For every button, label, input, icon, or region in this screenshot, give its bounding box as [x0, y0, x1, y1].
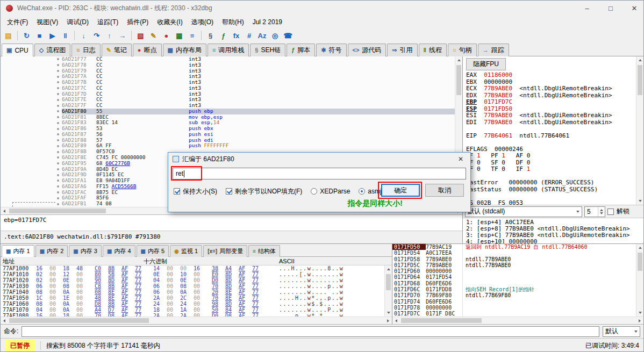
cancel-button[interactable]: 取消: [425, 184, 464, 197]
scroll-up-icon[interactable]: [387, 268, 390, 270]
disasm-row[interactable]: 6AD21F78CCint3: [1, 62, 455, 68]
dialog-titlebar[interactable]: 汇编于 6AD21F80 ✕: [168, 153, 470, 166]
menu-item-3[interactable]: 追踪(T): [93, 16, 123, 28]
stack-row[interactable]: 0171FD6000000000: [392, 268, 636, 274]
scroll-up-icon[interactable]: [457, 59, 461, 61]
radio-selected-icon[interactable]: [359, 188, 365, 195]
stack-row[interactable]: 0171FD7077B69F80ntdll.77B69F80: [392, 292, 636, 298]
tab-symbols[interactable]: ✱符号: [316, 44, 346, 56]
open-file-button[interactable]: ▤: [3, 30, 14, 41]
stack-row[interactable]: 0171FD68D60FE6D6: [392, 281, 636, 286]
scroll-thumb[interactable]: [386, 274, 391, 290]
tab-call-stack[interactable]: ≡调用堆栈: [207, 44, 249, 56]
fx-button[interactable]: fx: [231, 30, 242, 41]
scroll-right-icon[interactable]: [387, 319, 389, 322]
stop-button[interactable]: ■: [34, 30, 45, 41]
run-button[interactable]: ▶: [47, 30, 58, 41]
dialog-close-icon[interactable]: ✕: [455, 155, 466, 163]
tab-dump2[interactable]: ▦内存 2: [35, 245, 68, 257]
scroll-left-icon[interactable]: [3, 319, 5, 322]
scroll-thumb[interactable]: [9, 209, 106, 213]
register-line[interactable]: EIP 77B64061 ntdll.77B64061: [466, 133, 636, 140]
tab-breakpoints[interactable]: ●断点: [133, 44, 162, 56]
dump-row[interactable]: 77AF10501C001E00488EAF772A002C00708EAF77…: [1, 295, 384, 301]
pause-button[interactable]: ‖: [60, 30, 71, 41]
menu-item-1[interactable]: 视图(V): [32, 16, 62, 28]
register-line[interactable]: GS 002B FS 0053: [466, 200, 636, 205]
scroll-up-icon[interactable]: [639, 247, 642, 249]
tab-references[interactable]: ⇒引用: [387, 44, 417, 56]
menu-item-8[interactable]: Jul 2 2019: [248, 17, 287, 27]
scroll-up-icon[interactable]: [639, 59, 642, 61]
dump-row[interactable]: 77AF102002000E00908DAF7704000E00D08DAF77…: [1, 277, 384, 283]
step-over-button[interactable]: ↷: [91, 30, 102, 41]
breakpoint-button[interactable]: ●: [161, 30, 172, 41]
tab-threads[interactable]: ‖线程: [419, 44, 447, 56]
dump-row[interactable]: 77AF104008000A00088EAF7706000A00208EAF77…: [1, 289, 384, 295]
scroll-thumb[interactable]: [9, 318, 149, 323]
tab-dump1[interactable]: ▦内存 1: [2, 245, 34, 257]
registers-scrollbar[interactable]: [636, 56, 643, 205]
seh-chain-button[interactable]: §: [205, 30, 216, 41]
titlebar[interactable]: WeChat.exe - PID: 263C - 模块: wechatwin.d…: [1, 1, 643, 16]
scroll-thumb[interactable]: [638, 65, 642, 95]
assemble-instruction-input[interactable]: ret: [173, 168, 466, 179]
tab-dump3[interactable]: ▦内存 3: [69, 245, 102, 257]
tab-seh[interactable]: §SEH链: [250, 44, 285, 56]
minimize-button[interactable]: –: [583, 4, 591, 12]
scroll-thumb[interactable]: [638, 253, 642, 271]
keep-size-checkbox[interactable]: 保持大小(S): [174, 187, 217, 196]
fill-nop-checkbox[interactable]: 剩余字节以NOP填充(F): [226, 187, 302, 196]
stack-row[interactable]: 0171FD5877B9ABE0ntdll.77B9ABE0: [392, 256, 636, 262]
comment-button[interactable]: ✎: [148, 30, 159, 41]
menu-item-7[interactable]: 帮助(H): [218, 16, 248, 28]
scroll-thumb[interactable]: [456, 65, 461, 95]
stack-row[interactable]: 0171FD6C0171FDD8指向SEH_Record[1]的指针: [392, 286, 636, 292]
stack-horizontal-scrollbar[interactable]: [392, 317, 643, 324]
disasm-row[interactable]: 6AD21F7CCCint3: [1, 85, 455, 91]
hide-fpu-button[interactable]: 隐藏FPU: [466, 58, 506, 70]
tab-source[interactable]: <>源代码: [348, 44, 387, 56]
dump-row[interactable]: 77AF103006000800C88BAF7706000800708DAF77…: [1, 283, 384, 289]
register-line[interactable]: LastStatus 00000000 (STATUS_SUCCESS): [466, 186, 636, 193]
tab-dump4[interactable]: ▦内存 4: [103, 245, 135, 257]
call-stack-button[interactable]: ≡: [187, 30, 198, 41]
stepper-down-icon[interactable]: [600, 212, 603, 214]
command-profile-select[interactable]: 默认: [603, 326, 640, 337]
calling-convention-select[interactable]: 默认 (stdcall): [465, 206, 582, 217]
tab-dump5[interactable]: ▦内存 5: [137, 245, 169, 257]
script-button[interactable]: ƒ: [218, 30, 229, 41]
scroll-right-icon[interactable]: [639, 319, 641, 322]
scroll-left-icon[interactable]: [395, 319, 397, 322]
register-line[interactable]: EDI 77B9ABE0 <ntdll.DbgUiRemoteBreakin>: [466, 119, 636, 126]
stack-row[interactable]: 0171FD7C0171F D8C: [392, 311, 636, 317]
tab-trace[interactable]: →跟踪: [478, 44, 509, 56]
stack-row[interactable]: 0171FD54A0C17EEA: [392, 250, 636, 256]
xedparse-radio[interactable]: XEDParse: [311, 188, 350, 195]
argument-line[interactable]: 4: [esp+10] 00000000: [466, 239, 640, 243]
scroll-down-icon[interactable]: [387, 312, 390, 314]
step-into-button[interactable]: ↓: [78, 30, 89, 41]
stack-row[interactable]: 0171FD7800000000: [392, 305, 636, 311]
maximize-button[interactable]: □: [607, 4, 614, 12]
tab-memory-map[interactable]: ▦内存布局: [163, 44, 206, 56]
checkbox-checked-icon[interactable]: [226, 188, 232, 195]
dump-horizontal-scrollbar[interactable]: [1, 317, 392, 324]
dump-row[interactable]: 77AF101002001200805BAF770E001000E08DAF77…: [1, 271, 384, 277]
patch-button[interactable]: ▧: [135, 30, 146, 41]
menu-item-0[interactable]: 文件(F): [3, 16, 32, 28]
tab-struct[interactable]: ≡结构体: [248, 245, 280, 257]
restart-button[interactable]: ↻: [21, 30, 32, 41]
menu-item-6[interactable]: 选项(O): [187, 16, 218, 28]
tab-notes[interactable]: ✎笔记: [102, 44, 132, 56]
register-line[interactable]: CF 0 TF 0 IF 1: [466, 166, 636, 173]
menu-item-4[interactable]: 插件(P): [123, 16, 153, 28]
tab-watch1[interactable]: ◉监视 1: [170, 245, 202, 257]
scroll-thumb[interactable]: [401, 318, 482, 323]
scroll-left-icon[interactable]: [3, 210, 5, 213]
dump-row[interactable]: 77AF107004000A00A4D7AF7718001A005084AF77…: [1, 307, 384, 313]
checkbox-checked-icon[interactable]: [174, 188, 180, 195]
scroll-down-icon[interactable]: [639, 312, 642, 314]
stack-row[interactable]: 0171FD5C77B9ABE0ntdll.77B9ABE0: [392, 262, 636, 268]
tab-cpu[interactable]: ▣CPU: [2, 44, 33, 56]
